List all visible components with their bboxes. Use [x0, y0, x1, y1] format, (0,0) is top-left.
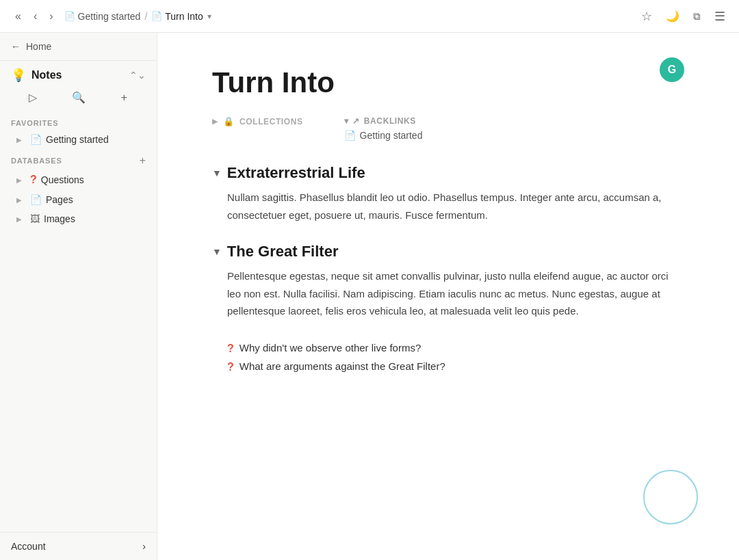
section-heading-extraterrestrial: ▼ Extraterrestrial Life: [212, 164, 684, 182]
breadcrumb-label-turn-into: Turn Into: [165, 11, 203, 22]
notes-icon: 💡: [11, 68, 26, 83]
section-body-great-filter: Pellentesque egestas, neque sit amet con…: [212, 267, 684, 320]
section-title-great-filter: The Great Filter: [227, 243, 339, 261]
question-mark-icon-2: ?: [227, 361, 234, 373]
question-mark-icon: ?: [30, 174, 37, 186]
backlinks-header[interactable]: ▾ ↗ BACKLINKS: [344, 116, 423, 126]
sidebar-item-pages[interactable]: ▶ 📄 Pages: [5, 191, 151, 209]
dark-mode-button[interactable]: 🌙: [663, 7, 682, 25]
topbar-right: ☆ 🌙 ⧉ ☰: [638, 6, 728, 27]
breadcrumb-label-getting-started: Getting started: [78, 11, 141, 22]
images-icon: 🖼: [30, 213, 40, 224]
question-item-1[interactable]: ? Why didn't we observe other live forms…: [227, 339, 684, 358]
sidebar-header: 💡 Notes ⌃⌄: [0, 61, 157, 87]
sidebar-title-text: Notes: [31, 69, 62, 81]
expand-arrow-images-icon: ▶: [16, 215, 26, 223]
backlinks-label: BACKLINKS: [364, 116, 416, 126]
sidebar-sort-toggle[interactable]: ⌃⌄: [129, 70, 146, 81]
collections-label: COLLECTIONS: [239, 117, 303, 126]
nav-forward[interactable]: ›: [45, 8, 57, 25]
question-list: ? Why didn't we observe other live forms…: [212, 339, 684, 376]
page-title: Turn Into: [212, 66, 684, 100]
section-extraterrestrial: ▼ Extraterrestrial Life Nullam sagittis.…: [212, 164, 684, 224]
backlinks-section: ▾ ↗ BACKLINKS 📄 Getting started: [344, 116, 423, 142]
nav-buttons: « ‹ ›: [11, 8, 57, 25]
sidebar-home-link[interactable]: ← Home: [0, 33, 157, 61]
section-heading-great-filter: ▼ The Great Filter: [212, 243, 684, 261]
nav-back-back[interactable]: «: [11, 8, 25, 25]
section-toggle-extraterrestrial[interactable]: ▼: [212, 168, 222, 178]
collections-section: ▶ 🔒 COLLECTIONS: [212, 116, 303, 126]
main-layout: ← Home 💡 Notes ⌃⌄ ▷ 🔍 + FAVORITES ▶ 📄 Ge…: [0, 33, 739, 560]
sidebar-play-button[interactable]: ▷: [11, 87, 54, 108]
expand-arrow-pages-icon: ▶: [16, 196, 26, 204]
sidebar-item-images-label: Images: [44, 213, 140, 224]
sidebar-account[interactable]: Account ›: [0, 532, 157, 560]
breadcrumb-item-getting-started[interactable]: 📄 Getting started: [64, 11, 141, 22]
page-icon: 📄: [30, 134, 42, 145]
breadcrumb: 📄 Getting started / 📄 Turn Into ▾: [64, 11, 211, 22]
breadcrumb-separator: /: [144, 11, 147, 22]
cursor-highlight-circle: [643, 470, 698, 524]
sidebar-item-images[interactable]: ▶ 🖼 Images: [5, 210, 151, 228]
question-text-2: What are arguments against the Great Fil…: [239, 360, 445, 372]
meta-row: ▶ 🔒 COLLECTIONS ▾ ↗ BACKLINKS 📄 Getting …: [212, 116, 684, 142]
section-toggle-great-filter[interactable]: ▼: [212, 246, 222, 257]
menu-button[interactable]: ☰: [712, 6, 728, 27]
pages-icon: 📄: [30, 194, 42, 205]
question-item-2[interactable]: ? What are arguments against the Great F…: [227, 358, 684, 376]
doc-icon-current: 📄: [151, 11, 162, 21]
page-content: G Turn Into ▶ 🔒 COLLECTIONS ▾ ↗ BACKLINK…: [157, 33, 739, 560]
collections-expand-icon[interactable]: ▶: [212, 117, 218, 126]
sidebar-item-questions[interactable]: ▶ ? Questions: [5, 170, 151, 189]
sidebar-home-label: Home: [26, 41, 51, 52]
lock-icon: 🔒: [223, 116, 234, 126]
breadcrumb-item-turn-into[interactable]: 📄 Turn Into: [151, 11, 203, 22]
sidebar-item-questions-label: Questions: [41, 174, 140, 185]
sidebar-item-getting-started-label: Getting started: [46, 134, 140, 145]
avatar-letter: G: [668, 64, 676, 76]
favorites-section-label: FAVORITES: [0, 114, 157, 130]
sidebar-add-button[interactable]: +: [103, 88, 146, 108]
sidebar: ← Home 💡 Notes ⌃⌄ ▷ 🔍 + FAVORITES ▶ 📄 Ge…: [0, 33, 157, 560]
backlink-getting-started-label: Getting started: [360, 130, 423, 141]
sidebar-search-button[interactable]: 🔍: [57, 87, 100, 108]
nav-back[interactable]: ‹: [29, 8, 41, 25]
databases-section-row: DATABASES +: [0, 149, 157, 170]
account-chevron-icon: ›: [142, 541, 146, 552]
backlinks-external-icon: ↗: [352, 116, 360, 126]
section-title-extraterrestrial: Extraterrestrial Life: [227, 164, 365, 182]
breadcrumb-chevron[interactable]: ▾: [207, 12, 211, 21]
backlink-doc-icon: 📄: [344, 130, 356, 141]
databases-section-label: DATABASES: [11, 157, 62, 165]
sidebar-title-group: 💡 Notes: [11, 68, 62, 83]
backlinks-expand-icon: ▾: [344, 116, 349, 126]
doc-icon: 📄: [64, 11, 75, 21]
question-text-1: Why didn't we observe other live forms?: [239, 342, 421, 354]
sidebar-item-pages-label: Pages: [46, 194, 140, 205]
sidebar-item-getting-started[interactable]: ▶ 📄 Getting started: [5, 131, 151, 148]
expand-arrow-questions-icon: ▶: [16, 176, 26, 184]
backlink-item-getting-started[interactable]: 📄 Getting started: [344, 129, 423, 142]
expand-arrow-icon: ▶: [16, 136, 26, 144]
topbar: « ‹ › 📄 Getting started / 📄 Turn Into ▾ …: [0, 0, 739, 33]
topbar-left: « ‹ › 📄 Getting started / 📄 Turn Into ▾: [11, 8, 211, 25]
databases-add-button[interactable]: +: [140, 155, 146, 167]
sidebar-actions: ▷ 🔍 +: [0, 87, 157, 114]
arrow-left-icon: ←: [11, 41, 21, 52]
layers-button[interactable]: ⧉: [690, 8, 703, 25]
question-mark-icon-1: ?: [227, 343, 234, 355]
section-body-extraterrestrial: Nullam sagittis. Phasellus blandit leo u…: [212, 189, 684, 224]
star-button[interactable]: ☆: [638, 6, 655, 27]
avatar: G: [660, 57, 684, 82]
account-label: Account: [11, 541, 46, 552]
section-great-filter: ▼ The Great Filter Pellentesque egestas,…: [212, 243, 684, 320]
